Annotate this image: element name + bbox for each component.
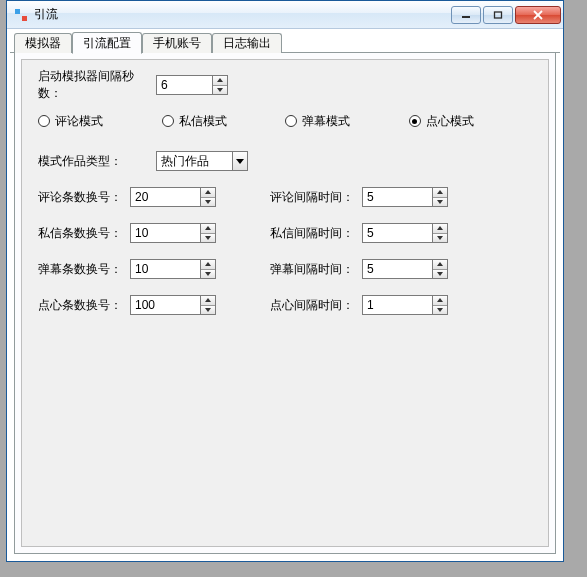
spin-up[interactable] xyxy=(433,296,447,306)
mode-danmu-label: 弹幕模式 xyxy=(302,113,350,130)
comment-switch-label: 评论条数换号： xyxy=(38,189,130,206)
start-interval-down[interactable] xyxy=(213,86,227,95)
close-button[interactable] xyxy=(515,6,561,24)
spin-down[interactable] xyxy=(433,270,447,279)
danmu-gap-label: 弹幕间隔时间： xyxy=(270,261,362,278)
dm-gap-label: 私信间隔时间： xyxy=(270,225,362,242)
radio-icon xyxy=(409,115,421,127)
radio-icon xyxy=(162,115,174,127)
client-area: 模拟器 引流配置 手机账号 日志输出 启动模拟器间隔秒数： xyxy=(10,31,560,558)
mode-dm[interactable]: 私信模式 xyxy=(162,113,286,130)
work-type-label: 模式作品类型： xyxy=(38,153,156,170)
like-gap-input[interactable] xyxy=(362,295,432,315)
radio-icon xyxy=(285,115,297,127)
mode-like-label: 点心模式 xyxy=(426,113,474,130)
chevron-down-icon xyxy=(236,159,244,164)
mode-like[interactable]: 点心模式 xyxy=(409,113,533,130)
maximize-button[interactable] xyxy=(483,6,513,24)
spin-down[interactable] xyxy=(201,198,215,207)
spin-up[interactable] xyxy=(201,188,215,198)
radio-icon xyxy=(38,115,50,127)
like-gap-label: 点心间隔时间： xyxy=(270,297,362,314)
tab-drainage-config[interactable]: 引流配置 xyxy=(72,32,142,54)
config-panel: 启动模拟器间隔秒数： 评论模式 xyxy=(21,59,549,547)
danmu-switch-input[interactable] xyxy=(130,259,200,279)
mode-comment-label: 评论模式 xyxy=(55,113,103,130)
spin-down[interactable] xyxy=(201,270,215,279)
app-window: 引流 模拟器 引流配置 手机账号 日志输出 启动模拟器间隔秒数： xyxy=(6,0,564,562)
mode-comment[interactable]: 评论模式 xyxy=(38,113,162,130)
spin-down[interactable] xyxy=(433,234,447,243)
tabpage: 启动模拟器间隔秒数： 评论模式 xyxy=(14,53,556,554)
work-type-select[interactable] xyxy=(156,151,232,171)
comment-switch-input[interactable] xyxy=(130,187,200,207)
spin-up[interactable] xyxy=(201,224,215,234)
minimize-button[interactable] xyxy=(451,6,481,24)
app-icon xyxy=(13,7,29,23)
spin-up[interactable] xyxy=(433,260,447,270)
danmu-gap-input[interactable] xyxy=(362,259,432,279)
mode-danmu[interactable]: 弹幕模式 xyxy=(285,113,409,130)
mode-radiogroup: 评论模式 私信模式 弹幕模式 点心模式 xyxy=(38,113,532,130)
svg-rect-1 xyxy=(495,12,502,18)
like-switch-input[interactable] xyxy=(130,295,200,315)
tab-simulator[interactable]: 模拟器 xyxy=(14,33,72,53)
titlebar: 引流 xyxy=(7,1,563,29)
work-type-dropdown-button[interactable] xyxy=(232,151,248,171)
danmu-switch-label: 弹幕条数换号： xyxy=(38,261,130,278)
like-switch-label: 点心条数换号： xyxy=(38,297,130,314)
comment-gap-input[interactable] xyxy=(362,187,432,207)
tab-phone-account[interactable]: 手机账号 xyxy=(142,33,212,53)
spin-down[interactable] xyxy=(433,306,447,315)
spin-up[interactable] xyxy=(201,296,215,306)
start-interval-input[interactable] xyxy=(156,75,212,95)
spin-up[interactable] xyxy=(433,188,447,198)
start-interval-up[interactable] xyxy=(213,76,227,86)
start-interval-label: 启动模拟器间隔秒数： xyxy=(38,68,156,102)
spin-down[interactable] xyxy=(433,198,447,207)
spin-down[interactable] xyxy=(201,306,215,315)
tabstrip: 模拟器 引流配置 手机账号 日志输出 xyxy=(10,31,560,53)
spin-down[interactable] xyxy=(201,234,215,243)
spin-up[interactable] xyxy=(201,260,215,270)
dm-switch-input[interactable] xyxy=(130,223,200,243)
dm-switch-label: 私信条数换号： xyxy=(38,225,130,242)
dm-gap-input[interactable] xyxy=(362,223,432,243)
spin-up[interactable] xyxy=(433,224,447,234)
tab-log-output[interactable]: 日志输出 xyxy=(212,33,282,53)
comment-gap-label: 评论间隔时间： xyxy=(270,189,362,206)
mode-dm-label: 私信模式 xyxy=(179,113,227,130)
window-title: 引流 xyxy=(34,6,58,23)
